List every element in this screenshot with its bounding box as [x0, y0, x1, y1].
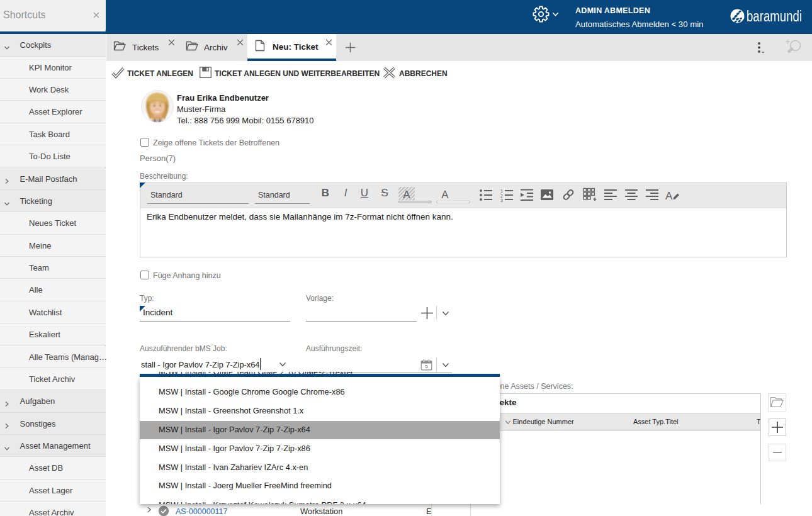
svg-text:1: 1: [500, 189, 503, 193]
svg-text:5: 5: [425, 364, 428, 369]
svg-text:2: 2: [500, 194, 503, 198]
svg-text:A: A: [403, 189, 410, 201]
svg-text:A: A: [665, 190, 673, 202]
svg-text:3: 3: [500, 198, 503, 203]
svg-text:A: A: [441, 189, 449, 201]
